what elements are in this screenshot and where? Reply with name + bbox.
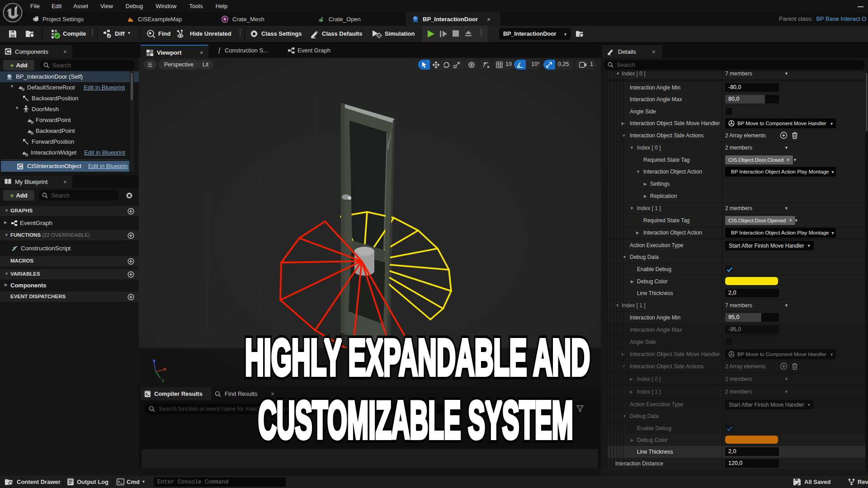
- svg-text:Y: Y: [161, 379, 165, 384]
